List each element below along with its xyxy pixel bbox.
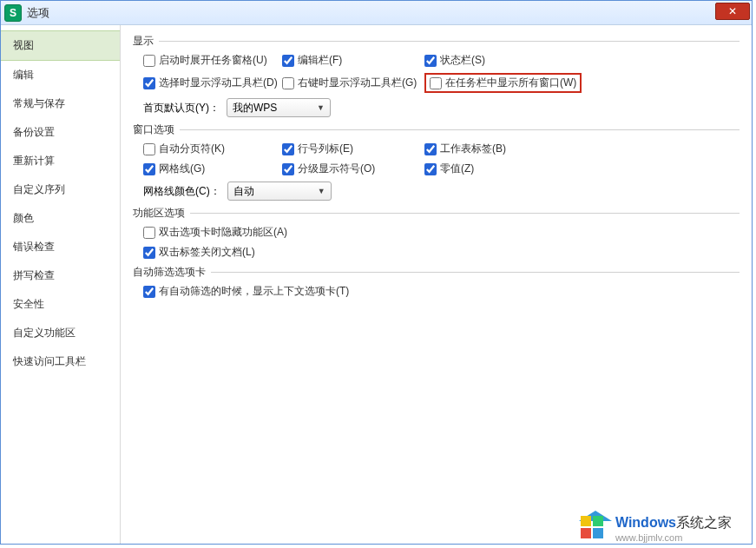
sidebar-item-recalc[interactable]: 重新计算 (1, 147, 120, 175)
sidebar: 视图 编辑 常规与保存 备份设置 重新计算 自定义序列 颜色 错误检查 拼写检查… (1, 25, 121, 544)
sidebar-item-view[interactable]: 视图 (1, 30, 120, 61)
sidebar-item-security[interactable]: 安全性 (1, 290, 120, 319)
combo-gridline-color[interactable]: 自动 ▼ (227, 182, 332, 201)
chk-auto-page-break[interactable]: 自动分页符(K) (143, 142, 282, 156)
content-area: 视图 编辑 常规与保存 备份设置 重新计算 自定义序列 颜色 错误检查 拼写检查… (1, 25, 752, 544)
chk-row-col-headers[interactable]: 行号列标(E) (282, 142, 424, 156)
group-header-window: 窗口选项 (133, 122, 740, 136)
chk-outline-symbols[interactable]: 分级显示符号(O) (282, 162, 424, 176)
field-gridline-color: 网格线颜色(C)： 自动 ▼ (143, 182, 332, 201)
close-button[interactable]: ✕ (715, 3, 750, 20)
options-dialog: S 选项 ✕ 视图 编辑 常规与保存 备份设置 重新计算 自定义序列 颜色 错误… (0, 0, 753, 545)
sidebar-item-edit[interactable]: 编辑 (1, 61, 120, 89)
label-gridline-color: 网格线颜色(C)： (143, 184, 220, 199)
chk-gridlines[interactable]: 网格线(G) (143, 162, 282, 176)
main-panel: 显示 启动时展开任务窗格(U) 编辑栏(F) 状态栏(S) 选择时显示浮动工具栏… (121, 25, 752, 544)
app-icon: S (4, 4, 22, 22)
sidebar-item-error-check[interactable]: 错误检查 (1, 233, 120, 261)
titlebar: S 选项 ✕ (1, 1, 752, 25)
group-display: 显示 启动时展开任务窗格(U) 编辑栏(F) 状态栏(S) 选择时显示浮动工具栏… (133, 34, 740, 117)
sidebar-item-custom-lists[interactable]: 自定义序列 (1, 175, 120, 204)
chk-dblclick-hide-ribbon[interactable]: 双击选项卡时隐藏功能区(A) (143, 225, 287, 240)
label-default-page: 首页默认页(Y)： (143, 101, 220, 116)
group-ribbon: 功能区选项 双击选项卡时隐藏功能区(A) 双击标签关闭文档(L) (133, 206, 740, 260)
group-header-autofilter: 自动筛选选项卡 (133, 265, 740, 279)
chk-dblclick-close-doc[interactable]: 双击标签关闭文档(L) (143, 245, 255, 260)
chk-floating-select[interactable]: 选择时显示浮动工具栏(D) (143, 76, 282, 90)
field-default-page: 首页默认页(Y)： 我的WPS ▼ (143, 98, 331, 117)
chevron-down-icon: ▼ (317, 103, 325, 112)
close-icon: ✕ (728, 5, 737, 17)
group-autofilter: 自动筛选选项卡 有自动筛选的时候，显示上下文选项卡(T) (133, 265, 740, 299)
chk-sheet-tabs[interactable]: 工作表标签(B) (424, 142, 506, 156)
chk-zero-values[interactable]: 零值(Z) (424, 162, 474, 176)
sidebar-item-color[interactable]: 颜色 (1, 204, 120, 233)
sidebar-item-qat[interactable]: 快速访问工具栏 (1, 347, 120, 376)
chk-taskbar-windows[interactable]: 在任务栏中显示所有窗口(W) (430, 76, 576, 90)
sidebar-item-spell-check[interactable]: 拼写检查 (1, 261, 120, 290)
chk-formula-bar[interactable]: 编辑栏(F) (282, 53, 424, 68)
sidebar-item-customize-ribbon[interactable]: 自定义功能区 (1, 319, 120, 347)
chk-status-bar[interactable]: 状态栏(S) (424, 53, 485, 68)
highlight-taskbar-windows: 在任务栏中显示所有窗口(W) (424, 73, 582, 93)
window-title: 选项 (27, 5, 49, 21)
chk-startup-taskpane[interactable]: 启动时展开任务窗格(U) (143, 53, 282, 68)
combo-default-page[interactable]: 我的WPS ▼ (227, 98, 331, 117)
group-header-display: 显示 (133, 34, 740, 48)
chk-autofilter-context-tab[interactable]: 有自动筛选的时候，显示上下文选项卡(T) (143, 284, 349, 299)
chk-floating-rightclick[interactable]: 右键时显示浮动工具栏(G) (282, 76, 424, 90)
sidebar-item-general-save[interactable]: 常规与保存 (1, 89, 120, 118)
sidebar-item-backup[interactable]: 备份设置 (1, 118, 120, 147)
group-window: 窗口选项 自动分页符(K) 行号列标(E) 工作表标签(B) 网格线(G) 分级… (133, 122, 740, 201)
group-header-ribbon: 功能区选项 (133, 206, 740, 220)
chevron-down-icon: ▼ (318, 187, 325, 195)
